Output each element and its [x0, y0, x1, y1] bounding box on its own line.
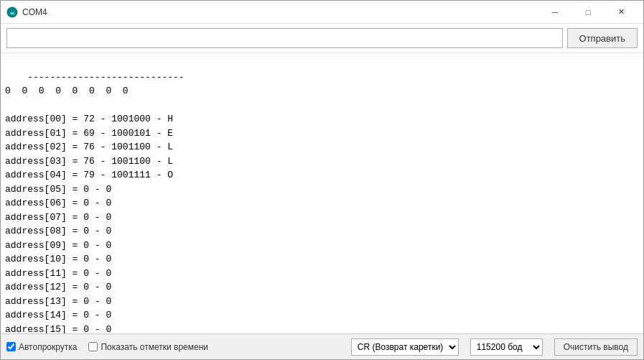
- clear-button[interactable]: Очистить вывод: [554, 338, 638, 356]
- window-title: COM4: [22, 7, 538, 17]
- status-bar: Автопрокрутка Показать отметки времени Н…: [1, 333, 643, 359]
- arduino-icon: ∞: [6, 6, 18, 18]
- autoscroll-checkbox[interactable]: [6, 342, 16, 351]
- svg-text:∞: ∞: [10, 9, 14, 16]
- timestamp-label[interactable]: Показать отметки времени: [88, 342, 208, 352]
- window-controls: ─ □ ✕: [538, 1, 638, 24]
- baud-rate-select[interactable]: 300 бод1200 бод2400 бод4800 бод9600 бод1…: [470, 338, 543, 356]
- serial-input[interactable]: [6, 28, 563, 48]
- timestamp-checkbox[interactable]: [88, 342, 98, 351]
- send-button[interactable]: Отправить: [567, 28, 638, 48]
- minimize-button[interactable]: ─: [538, 1, 571, 24]
- autoscroll-label[interactable]: Автопрокрутка: [6, 342, 77, 352]
- output-area: ---------------------------- 0 0 0 0 0 0…: [1, 53, 643, 333]
- title-bar: ∞ COM4 ─ □ ✕: [1, 1, 643, 24]
- main-window: ∞ COM4 ─ □ ✕ Отправить -----------------…: [0, 0, 644, 360]
- maximize-button[interactable]: □: [571, 1, 605, 24]
- line-ending-select[interactable]: Нет конца строкиНовая строкаВозврат каре…: [351, 338, 459, 356]
- output-content: ---------------------------- 0 0 0 0 0 0…: [5, 72, 185, 334]
- input-bar: Отправить: [1, 24, 643, 53]
- close-button[interactable]: ✕: [605, 1, 638, 24]
